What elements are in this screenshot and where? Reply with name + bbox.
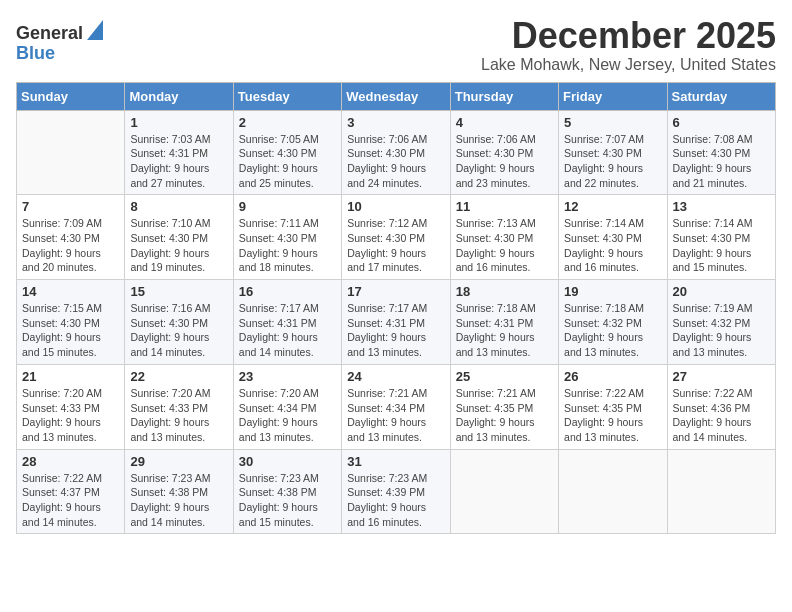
calendar-cell: 16Sunrise: 7:17 AM Sunset: 4:31 PM Dayli… xyxy=(233,280,341,365)
day-info: Sunrise: 7:07 AM Sunset: 4:30 PM Dayligh… xyxy=(564,132,661,191)
day-info: Sunrise: 7:06 AM Sunset: 4:30 PM Dayligh… xyxy=(347,132,444,191)
day-info: Sunrise: 7:09 AM Sunset: 4:30 PM Dayligh… xyxy=(22,216,119,275)
calendar-cell: 30Sunrise: 7:23 AM Sunset: 4:38 PM Dayli… xyxy=(233,449,341,534)
calendar-cell: 5Sunrise: 7:07 AM Sunset: 4:30 PM Daylig… xyxy=(559,110,667,195)
logo: General Blue xyxy=(16,16,103,62)
day-info: Sunrise: 7:14 AM Sunset: 4:30 PM Dayligh… xyxy=(564,216,661,275)
calendar-cell: 28Sunrise: 7:22 AM Sunset: 4:37 PM Dayli… xyxy=(17,449,125,534)
weekday-header-thursday: Thursday xyxy=(450,82,558,110)
calendar-week-row: 14Sunrise: 7:15 AM Sunset: 4:30 PM Dayli… xyxy=(17,280,776,365)
day-info: Sunrise: 7:23 AM Sunset: 4:39 PM Dayligh… xyxy=(347,471,444,530)
day-info: Sunrise: 7:18 AM Sunset: 4:32 PM Dayligh… xyxy=(564,301,661,360)
day-info: Sunrise: 7:16 AM Sunset: 4:30 PM Dayligh… xyxy=(130,301,227,360)
calendar-cell: 13Sunrise: 7:14 AM Sunset: 4:30 PM Dayli… xyxy=(667,195,775,280)
calendar-cell: 14Sunrise: 7:15 AM Sunset: 4:30 PM Dayli… xyxy=(17,280,125,365)
day-number: 7 xyxy=(22,199,119,214)
logo-general-text: General xyxy=(16,24,83,42)
svg-marker-0 xyxy=(87,20,103,40)
day-number: 5 xyxy=(564,115,661,130)
calendar-week-row: 28Sunrise: 7:22 AM Sunset: 4:37 PM Dayli… xyxy=(17,449,776,534)
day-number: 11 xyxy=(456,199,553,214)
day-number: 13 xyxy=(673,199,770,214)
day-number: 28 xyxy=(22,454,119,469)
day-number: 18 xyxy=(456,284,553,299)
calendar-cell: 4Sunrise: 7:06 AM Sunset: 4:30 PM Daylig… xyxy=(450,110,558,195)
location-title: Lake Mohawk, New Jersey, United States xyxy=(481,56,776,74)
day-info: Sunrise: 7:21 AM Sunset: 4:34 PM Dayligh… xyxy=(347,386,444,445)
weekday-header-saturday: Saturday xyxy=(667,82,775,110)
day-info: Sunrise: 7:23 AM Sunset: 4:38 PM Dayligh… xyxy=(130,471,227,530)
day-number: 27 xyxy=(673,369,770,384)
weekday-header-sunday: Sunday xyxy=(17,82,125,110)
weekday-header-tuesday: Tuesday xyxy=(233,82,341,110)
calendar-cell: 20Sunrise: 7:19 AM Sunset: 4:32 PM Dayli… xyxy=(667,280,775,365)
calendar-cell: 6Sunrise: 7:08 AM Sunset: 4:30 PM Daylig… xyxy=(667,110,775,195)
weekday-header-friday: Friday xyxy=(559,82,667,110)
day-info: Sunrise: 7:05 AM Sunset: 4:30 PM Dayligh… xyxy=(239,132,336,191)
day-number: 17 xyxy=(347,284,444,299)
calendar-cell: 25Sunrise: 7:21 AM Sunset: 4:35 PM Dayli… xyxy=(450,364,558,449)
day-number: 1 xyxy=(130,115,227,130)
calendar-cell: 3Sunrise: 7:06 AM Sunset: 4:30 PM Daylig… xyxy=(342,110,450,195)
calendar-cell: 2Sunrise: 7:05 AM Sunset: 4:30 PM Daylig… xyxy=(233,110,341,195)
day-number: 6 xyxy=(673,115,770,130)
day-info: Sunrise: 7:20 AM Sunset: 4:33 PM Dayligh… xyxy=(130,386,227,445)
day-number: 10 xyxy=(347,199,444,214)
calendar-cell: 12Sunrise: 7:14 AM Sunset: 4:30 PM Dayli… xyxy=(559,195,667,280)
header: General Blue December 2025 Lake Mohawk, … xyxy=(16,16,776,74)
day-number: 31 xyxy=(347,454,444,469)
day-info: Sunrise: 7:22 AM Sunset: 4:36 PM Dayligh… xyxy=(673,386,770,445)
calendar-cell: 7Sunrise: 7:09 AM Sunset: 4:30 PM Daylig… xyxy=(17,195,125,280)
day-info: Sunrise: 7:10 AM Sunset: 4:30 PM Dayligh… xyxy=(130,216,227,275)
day-info: Sunrise: 7:13 AM Sunset: 4:30 PM Dayligh… xyxy=(456,216,553,275)
calendar-cell: 24Sunrise: 7:21 AM Sunset: 4:34 PM Dayli… xyxy=(342,364,450,449)
calendar-week-row: 21Sunrise: 7:20 AM Sunset: 4:33 PM Dayli… xyxy=(17,364,776,449)
day-info: Sunrise: 7:15 AM Sunset: 4:30 PM Dayligh… xyxy=(22,301,119,360)
day-number: 29 xyxy=(130,454,227,469)
day-number: 21 xyxy=(22,369,119,384)
day-info: Sunrise: 7:22 AM Sunset: 4:37 PM Dayligh… xyxy=(22,471,119,530)
calendar-cell: 11Sunrise: 7:13 AM Sunset: 4:30 PM Dayli… xyxy=(450,195,558,280)
day-info: Sunrise: 7:18 AM Sunset: 4:31 PM Dayligh… xyxy=(456,301,553,360)
day-info: Sunrise: 7:17 AM Sunset: 4:31 PM Dayligh… xyxy=(347,301,444,360)
calendar-cell xyxy=(450,449,558,534)
calendar-table: SundayMondayTuesdayWednesdayThursdayFrid… xyxy=(16,82,776,535)
day-info: Sunrise: 7:23 AM Sunset: 4:38 PM Dayligh… xyxy=(239,471,336,530)
day-info: Sunrise: 7:22 AM Sunset: 4:35 PM Dayligh… xyxy=(564,386,661,445)
day-number: 22 xyxy=(130,369,227,384)
calendar-cell: 15Sunrise: 7:16 AM Sunset: 4:30 PM Dayli… xyxy=(125,280,233,365)
day-info: Sunrise: 7:21 AM Sunset: 4:35 PM Dayligh… xyxy=(456,386,553,445)
calendar-cell: 17Sunrise: 7:17 AM Sunset: 4:31 PM Dayli… xyxy=(342,280,450,365)
calendar-cell: 31Sunrise: 7:23 AM Sunset: 4:39 PM Dayli… xyxy=(342,449,450,534)
calendar-cell xyxy=(17,110,125,195)
calendar-week-row: 1Sunrise: 7:03 AM Sunset: 4:31 PM Daylig… xyxy=(17,110,776,195)
day-info: Sunrise: 7:20 AM Sunset: 4:34 PM Dayligh… xyxy=(239,386,336,445)
calendar-cell: 8Sunrise: 7:10 AM Sunset: 4:30 PM Daylig… xyxy=(125,195,233,280)
day-info: Sunrise: 7:14 AM Sunset: 4:30 PM Dayligh… xyxy=(673,216,770,275)
day-number: 20 xyxy=(673,284,770,299)
day-number: 8 xyxy=(130,199,227,214)
day-number: 30 xyxy=(239,454,336,469)
day-info: Sunrise: 7:12 AM Sunset: 4:30 PM Dayligh… xyxy=(347,216,444,275)
weekday-header-monday: Monday xyxy=(125,82,233,110)
calendar-cell: 9Sunrise: 7:11 AM Sunset: 4:30 PM Daylig… xyxy=(233,195,341,280)
day-number: 23 xyxy=(239,369,336,384)
calendar-cell: 29Sunrise: 7:23 AM Sunset: 4:38 PM Dayli… xyxy=(125,449,233,534)
day-info: Sunrise: 7:20 AM Sunset: 4:33 PM Dayligh… xyxy=(22,386,119,445)
calendar-cell: 27Sunrise: 7:22 AM Sunset: 4:36 PM Dayli… xyxy=(667,364,775,449)
day-number: 26 xyxy=(564,369,661,384)
day-number: 9 xyxy=(239,199,336,214)
calendar-cell xyxy=(559,449,667,534)
day-number: 24 xyxy=(347,369,444,384)
calendar-cell: 26Sunrise: 7:22 AM Sunset: 4:35 PM Dayli… xyxy=(559,364,667,449)
day-number: 15 xyxy=(130,284,227,299)
day-info: Sunrise: 7:11 AM Sunset: 4:30 PM Dayligh… xyxy=(239,216,336,275)
day-number: 25 xyxy=(456,369,553,384)
day-number: 19 xyxy=(564,284,661,299)
day-number: 3 xyxy=(347,115,444,130)
day-number: 16 xyxy=(239,284,336,299)
calendar-cell: 10Sunrise: 7:12 AM Sunset: 4:30 PM Dayli… xyxy=(342,195,450,280)
calendar-cell: 22Sunrise: 7:20 AM Sunset: 4:33 PM Dayli… xyxy=(125,364,233,449)
calendar-cell: 23Sunrise: 7:20 AM Sunset: 4:34 PM Dayli… xyxy=(233,364,341,449)
day-info: Sunrise: 7:19 AM Sunset: 4:32 PM Dayligh… xyxy=(673,301,770,360)
